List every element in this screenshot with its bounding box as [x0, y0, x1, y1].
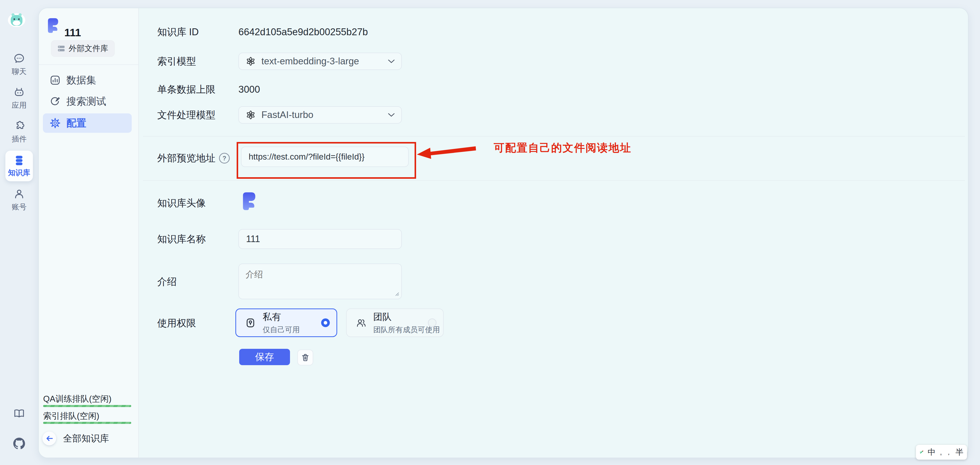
- external-file-lib-badge[interactable]: 外部文件库: [51, 40, 115, 57]
- permission-private-title: 私有: [262, 311, 300, 323]
- permission-team-card[interactable]: 团队 团队所有成员可使用: [346, 309, 444, 337]
- docs-button[interactable]: [0, 408, 38, 420]
- help-icon[interactable]: ?: [219, 153, 230, 163]
- kb-avatar-image[interactable]: [242, 191, 256, 212]
- sidebar-item-label: 插件: [12, 134, 27, 144]
- search-test-icon: [49, 96, 61, 107]
- sidebar-item-label: 账号: [12, 202, 27, 212]
- app-rail: 聊天 应用 插件 知识库: [0, 0, 38, 465]
- robot-icon: [13, 86, 25, 98]
- person-icon: [13, 188, 25, 200]
- gear-icon: [49, 118, 61, 129]
- database-icon: [13, 154, 25, 166]
- preview-url-input[interactable]: [241, 147, 409, 167]
- mascot-avatar-icon: [7, 11, 26, 29]
- file-model-label: 文件处理模型: [157, 108, 215, 121]
- chevron-down-icon: [388, 113, 395, 117]
- section-divider: [143, 180, 965, 181]
- back-to-all-kb-label[interactable]: 全部知识库: [63, 432, 109, 445]
- dataset-chart-icon: [49, 75, 61, 86]
- sidebar-item-label: 知识库: [8, 168, 30, 178]
- team-icon: [355, 317, 367, 328]
- kb-sidebar: 111 外部文件库 数据集: [39, 8, 139, 458]
- permission-private-desc: 仅自己可用: [262, 325, 300, 335]
- github-button[interactable]: [0, 438, 38, 449]
- openai-icon: [246, 110, 256, 120]
- annotation-text: 可配置自己的文件阅读地址: [494, 141, 632, 155]
- index-queue-status: 索引排队(空闲): [43, 410, 99, 422]
- file-model-select[interactable]: FastAI-turbo: [239, 106, 402, 124]
- menu-item-label: 配置: [66, 116, 86, 130]
- sidebar-item-label: 聊天: [12, 67, 27, 77]
- preview-url-label-text: 外部预览地址: [157, 152, 215, 165]
- resize-handle[interactable]: [394, 291, 400, 297]
- puzzle-icon: [13, 120, 25, 132]
- back-to-all-kb-button[interactable]: [42, 432, 56, 445]
- user-avatar[interactable]: [7, 11, 26, 29]
- sidebar-item-search-test[interactable]: 搜索测试: [43, 92, 132, 111]
- desktop: 聊天 应用 插件 知识库: [0, 0, 980, 465]
- kb-name-input[interactable]: [239, 229, 402, 249]
- index-model-value: text-embedding-3-large: [261, 56, 359, 67]
- annotation-arrow-icon: [415, 142, 478, 163]
- chevron-down-icon: [388, 59, 395, 63]
- chunk-limit-value: 3000: [239, 84, 260, 95]
- ime-statusbar[interactable]: 中 。， 半: [916, 445, 967, 460]
- ime-punctuation[interactable]: 。，: [940, 448, 951, 457]
- arrow-left-icon: [45, 434, 53, 443]
- index-queue-progressbar: [43, 422, 131, 424]
- kb-title: 111: [64, 27, 81, 39]
- permission-private-text: 私有 仅自己可用: [262, 311, 300, 335]
- app-window: 111 外部文件库 数据集: [38, 8, 969, 458]
- index-model-select[interactable]: text-embedding-3-large: [239, 53, 402, 70]
- sidebar-divider: [39, 64, 138, 65]
- trash-icon: [301, 354, 309, 361]
- sidebar-item-dataset[interactable]: 数据集: [43, 70, 132, 90]
- preview-url-label: 外部预览地址 ?: [157, 152, 230, 165]
- permission-private-card[interactable]: 私有 仅自己可用: [235, 309, 337, 337]
- kb-logo-icon: [46, 18, 59, 34]
- intro-textarea[interactable]: [239, 264, 402, 299]
- intro-label: 介绍: [157, 275, 177, 288]
- kb-avatar-label: 知识库头像: [157, 197, 206, 210]
- permission-label: 使用权限: [157, 317, 196, 330]
- sidebar-item-label: 应用: [12, 100, 27, 111]
- menu-item-label: 数据集: [66, 73, 96, 87]
- chunk-limit-label: 单条数据上限: [157, 83, 215, 96]
- sidebar-item-config[interactable]: 配置: [43, 113, 132, 133]
- chat-bubble-icon: [13, 53, 25, 65]
- index-model-label: 索引模型: [157, 55, 196, 68]
- ime-width[interactable]: 半: [956, 447, 963, 458]
- file-model-value: FastAI-turbo: [261, 110, 313, 120]
- menu-item-label: 搜索测试: [66, 94, 106, 108]
- save-button[interactable]: 保存: [239, 349, 290, 365]
- server-icon: [57, 45, 65, 53]
- badge-label: 外部文件库: [69, 43, 108, 54]
- lock-icon: [245, 317, 256, 328]
- kb-config-form: 知识库 ID 6642d105a5e9d2b00255b27b 索引模型 tex…: [139, 8, 967, 458]
- kb-id-value: 6642d105a5e9d2b00255b27b: [239, 27, 368, 38]
- openai-icon: [246, 56, 256, 66]
- ime-mode[interactable]: 中: [928, 447, 935, 458]
- delete-kb-button[interactable]: [298, 350, 313, 365]
- radio-private-selected[interactable]: [321, 318, 330, 327]
- kb-name-label: 知识库名称: [157, 232, 206, 246]
- sidebar-item-apps[interactable]: 应用: [0, 86, 38, 111]
- book-icon: [13, 408, 25, 420]
- sidebar-item-chat[interactable]: 聊天: [0, 53, 38, 77]
- section-divider: [143, 136, 965, 137]
- ime-logo-icon: [920, 447, 924, 457]
- qa-queue-progressbar: [43, 405, 131, 407]
- radio-team-unselected[interactable]: [428, 318, 436, 327]
- qa-queue-status: QA训练排队(空闲): [43, 393, 111, 405]
- github-icon: [13, 438, 25, 449]
- sidebar-item-knowledge-base[interactable]: 知识库: [5, 151, 33, 181]
- sidebar-item-account[interactable]: 账号: [0, 188, 38, 212]
- kb-id-label: 知识库 ID: [157, 25, 199, 38]
- sidebar-item-plugins[interactable]: 插件: [0, 120, 38, 144]
